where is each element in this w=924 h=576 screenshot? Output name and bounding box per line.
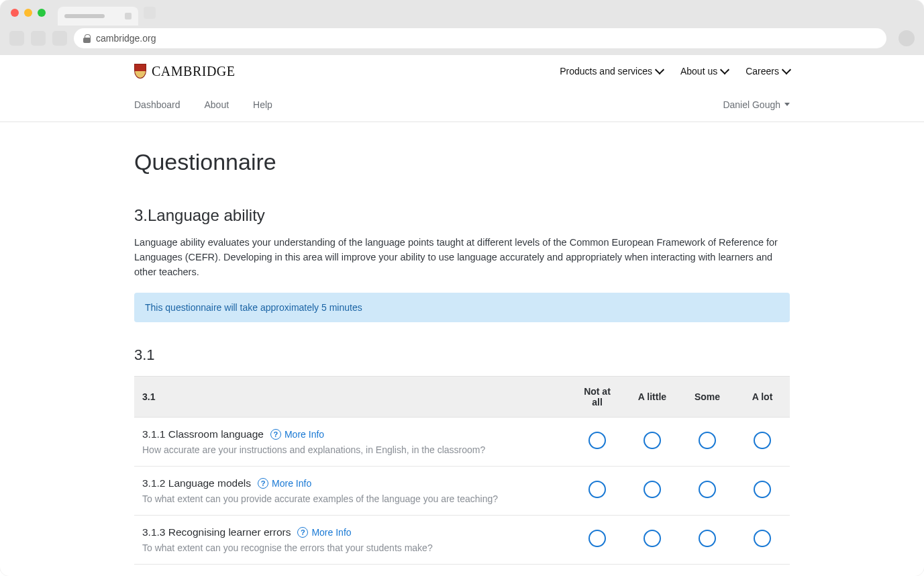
nav-label: Products and services [560,66,652,77]
radio-option[interactable] [588,530,606,547]
question-code: 3.1.3 Recognising learner errors [142,526,291,538]
question-cell: 3.1.4 Communicating with other professio… [134,565,570,576]
option-cell [680,418,735,467]
nav-label: Careers [746,66,779,77]
table-row: 3.1.1 Classroom language?More InfoHow ac… [134,418,790,467]
more-info-label: More Info [272,478,311,489]
radio-option[interactable] [644,481,661,498]
col-header-opt-3: A lot [735,377,790,418]
radio-option[interactable] [644,530,661,547]
radio-option[interactable] [754,481,771,498]
radio-option[interactable] [754,432,771,449]
browser-window: cambridge.org CAMBRIDGE Products and ser… [0,0,924,576]
question-cell: 3.1.3 Recognising learner errors?More In… [134,516,570,565]
radio-option[interactable] [588,432,606,449]
option-cell [735,467,790,516]
browser-titlebar [0,0,924,26]
more-info-label: More Info [285,429,324,440]
chevron-down-icon [782,65,791,75]
page-title: Questionnaire [134,149,790,175]
section-title: 3.Language ability [134,206,790,225]
nav-about[interactable]: About [205,99,229,110]
browser-toolbar: cambridge.org [0,26,924,55]
option-cell [735,516,790,565]
minimize-window-icon[interactable] [24,9,32,17]
option-cell [735,565,790,576]
table-row: 3.1.3 Recognising learner errors?More In… [134,516,790,565]
option-cell [680,467,735,516]
url-text: cambridge.org [96,33,156,44]
question-subtext: To what extent can you recognise the err… [142,542,562,553]
radio-option[interactable] [699,530,716,547]
option-cell [680,516,735,565]
col-header-opt-2: Some [680,377,735,418]
lock-icon [83,34,91,43]
page: CAMBRIDGE Products and services About us… [0,55,924,576]
info-banner: This questionnaire will take approximate… [134,293,790,322]
new-tab-button[interactable] [144,7,156,19]
caret-down-icon [784,103,790,106]
option-cell [625,467,680,516]
nav-products[interactable]: Products and services [560,66,663,77]
tab-title-placeholder [64,14,105,18]
question-title: 3.1.2 Language models?More Info [142,477,562,489]
maximize-window-icon[interactable] [38,9,46,17]
option-cell [735,418,790,467]
more-info-label: More Info [311,527,351,538]
radio-option[interactable] [699,432,716,449]
option-cell [570,516,625,565]
question-code: 3.1.2 Language models [142,477,251,489]
profile-avatar[interactable] [899,30,915,46]
brand-name: CAMBRIDGE [152,64,236,79]
nav-dashboard[interactable]: Dashboard [134,99,181,110]
option-cell [570,467,625,516]
option-cell [680,565,735,576]
radio-option[interactable] [644,432,661,449]
option-cell [625,516,680,565]
more-info-link[interactable]: ?More Info [270,429,324,440]
url-bar[interactable]: cambridge.org [74,28,886,48]
subsection-title: 3.1 [134,346,790,364]
more-info-link[interactable]: ?More Info [297,527,351,538]
table-row: 3.1.2 Language models?More InfoTo what e… [134,467,790,516]
forward-button[interactable] [31,31,46,46]
col-header-section: 3.1 [134,377,570,418]
browser-tab[interactable] [58,7,138,26]
nav-help[interactable]: Help [253,99,272,110]
window-controls [11,9,46,17]
table-row: 3.1.4 Communicating with other professio… [134,565,790,576]
option-cell [625,418,680,467]
option-cell [570,565,625,576]
nav-careers[interactable]: Careers [746,66,790,77]
more-info-link[interactable]: ?More Info [258,478,311,489]
brand-logo[interactable]: CAMBRIDGE [134,64,236,79]
global-nav: CAMBRIDGE Products and services About us… [0,55,924,87]
question-subtext: To what extent can you provide accurate … [142,493,562,504]
radio-option[interactable] [754,530,771,547]
radio-option[interactable] [588,481,606,498]
chevron-down-icon [720,65,729,75]
reload-button[interactable] [52,31,67,46]
content: Questionnaire 3.Language ability Languag… [0,122,924,576]
question-mark-icon: ? [270,429,281,440]
option-cell [625,565,680,576]
question-mark-icon: ? [258,478,268,489]
radio-option[interactable] [699,481,716,498]
question-mark-icon: ? [297,527,308,538]
chevron-down-icon [655,65,664,75]
back-button[interactable] [9,31,24,46]
app-nav: Dashboard About Help Daniel Gough [0,87,924,122]
col-header-opt-1: A little [625,377,680,418]
question-table: 3.1 Not at all A little Some A lot 3.1.1… [134,376,790,576]
close-window-icon[interactable] [11,9,19,17]
shield-icon [134,64,146,79]
question-title: 3.1.1 Classroom language?More Info [142,428,562,440]
question-cell: 3.1.2 Language models?More InfoTo what e… [134,467,570,516]
nav-about-us[interactable]: About us [680,66,728,77]
question-title: 3.1.3 Recognising learner errors?More In… [142,526,562,538]
user-menu[interactable]: Daniel Gough [723,99,790,110]
option-cell [570,418,625,467]
tab-close-icon[interactable] [125,13,132,19]
nav-label: About us [680,66,717,77]
question-cell: 3.1.1 Classroom language?More InfoHow ac… [134,418,570,467]
